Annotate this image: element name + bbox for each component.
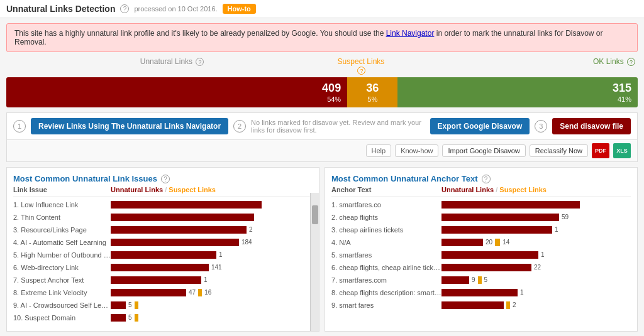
action-note: No links marked for disavow yet. Review …: [251, 119, 425, 134]
left-chart-row-9: 10. Suspect Domain5: [13, 312, 313, 323]
left-panel-title: Most Common Unnatural Link Issues: [13, 174, 157, 183]
right-chart-row-6: 7. smartfares.com95: [331, 274, 631, 285]
ok-bar: 315 41%: [397, 77, 638, 107]
link-navigator-link[interactable]: Link Navigator: [386, 29, 435, 38]
import-disavow-button[interactable]: Import Google Disavow: [442, 144, 525, 157]
unnatural-count: 409: [322, 82, 341, 95]
how-to-button[interactable]: How-to: [223, 4, 256, 14]
right-panel-header: Anchor Text Unnatural Links / Suspect Li…: [331, 186, 631, 197]
unnatural-links-label: Unnatural Links: [140, 57, 192, 66]
left-chart-row-8: 9. AI - Crowdsourced Self Learning5: [13, 300, 313, 310]
suspect-links-label: Suspect Links: [338, 57, 385, 66]
ok-links-label: OK Links: [593, 57, 624, 66]
unnatural-info-icon[interactable]: ?: [196, 58, 204, 66]
knowhow-button[interactable]: Know-how: [395, 144, 438, 157]
left-scrollbar[interactable]: [310, 193, 319, 331]
metrics-section: Unnatural Links ? Suspect Links ? OK Lin…: [6, 57, 638, 107]
left-chart-row-3: 4. AI - Automatic Self Learning184: [13, 237, 313, 247]
left-chart-row-5: 6. Web-directory Link141: [13, 262, 313, 273]
step3-circle: 3: [535, 120, 547, 133]
suspect-info-icon[interactable]: ?: [357, 67, 365, 75]
right-chart-row-0: 1. smartfares.co: [331, 199, 631, 210]
export-disavow-button[interactable]: Export Google Disavow: [430, 118, 530, 134]
ok-info-icon[interactable]: ?: [627, 58, 635, 66]
step2-circle: 2: [233, 120, 246, 133]
left-col2-header: Unnatural Links / Suspect Links: [111, 186, 216, 193]
suspect-pct: 5%: [367, 95, 377, 103]
left-col1-header: Link Issue: [13, 186, 111, 193]
right-chart-row-5: 6. cheap flights, cheap airline tickets,…: [331, 262, 631, 273]
left-chart-row-4: 5. High Number of Outbound Links1: [13, 249, 313, 260]
alert-bar: This site has a highly unnatural link pr…: [6, 23, 638, 52]
right-col1-header: Anchor Text: [331, 186, 441, 193]
right-chart-row-3: 4. N/A2014: [331, 237, 631, 247]
processed-date: processed on 10 Oct 2016.: [134, 5, 217, 13]
page-title: Unnatural Links Detection: [6, 4, 115, 14]
actions-section: 1 Review Links Using The Unnatural Links…: [6, 112, 638, 140]
navigator-button[interactable]: Review Links Using The Unnatural Links N…: [31, 118, 228, 134]
left-chart-row-0: 1. Low Influence Link: [13, 199, 313, 210]
left-panel: Most Common Unnatural Link Issues ? Link…: [6, 167, 319, 332]
metrics-bar: 409 54% 36 5% 315 41%: [6, 77, 638, 107]
right-chart-row-4: 5. smartfares1: [331, 249, 631, 260]
left-chart-rows: 1. Low Influence Link2. Thin Content3. R…: [13, 199, 313, 323]
right-panel-info-icon[interactable]: ?: [482, 175, 491, 183]
pdf-button[interactable]: PDF: [592, 143, 609, 158]
left-chart-row-1: 2. Thin Content: [13, 212, 313, 222]
suspect-count: 36: [366, 82, 379, 95]
unnatural-bar: 409 54%: [6, 77, 347, 107]
left-chart-row-6: 7. Suspect Anchor Text1: [13, 274, 313, 285]
left-chart-row-7: 8. Extreme Link Velocity4716: [13, 287, 313, 298]
help-button[interactable]: Help: [366, 144, 392, 157]
send-disavow-button[interactable]: Send disavow file: [552, 118, 631, 134]
ok-pct: 41%: [618, 95, 631, 103]
secondary-actions: Help Know-how Import Google Disavow Recl…: [6, 140, 638, 162]
right-col2-header: Unnatural Links / Suspect Links: [441, 186, 547, 193]
step1-circle: 1: [13, 120, 26, 133]
left-panel-header: Link Issue Unnatural Links / Suspect Lin…: [13, 186, 313, 197]
suspect-bar: 36 5%: [347, 77, 397, 107]
ok-count: 315: [613, 82, 631, 95]
xls-button[interactable]: XLS: [613, 143, 631, 158]
unnatural-pct: 54%: [327, 95, 341, 103]
right-panel: Most Common Unnatural Anchor Text ? Anch…: [325, 167, 638, 332]
right-chart-row-2: 3. cheap airlines tickets1: [331, 224, 631, 235]
left-panel-info-icon[interactable]: ?: [161, 175, 170, 183]
right-panel-title: Most Common Unnatural Anchor Text: [331, 174, 478, 183]
right-chart-row-1: 2. cheap flights59: [331, 212, 631, 222]
right-chart-row-7: 8. cheap flights description: smartfares…: [331, 287, 631, 298]
right-chart-row-8: 9. smart fares2: [331, 300, 631, 310]
main-content: Most Common Unnatural Link Issues ? Link…: [6, 167, 638, 332]
right-chart-rows: 1. smartfares.co2. cheap flights593. che…: [331, 199, 631, 310]
reclassify-button[interactable]: Reclassify Now: [530, 144, 588, 157]
info-icon[interactable]: ?: [120, 4, 129, 13]
left-chart-row-2: 3. Resource/Links Page2: [13, 224, 313, 235]
header: Unnatural Links Detection ? processed on…: [0, 0, 644, 18]
